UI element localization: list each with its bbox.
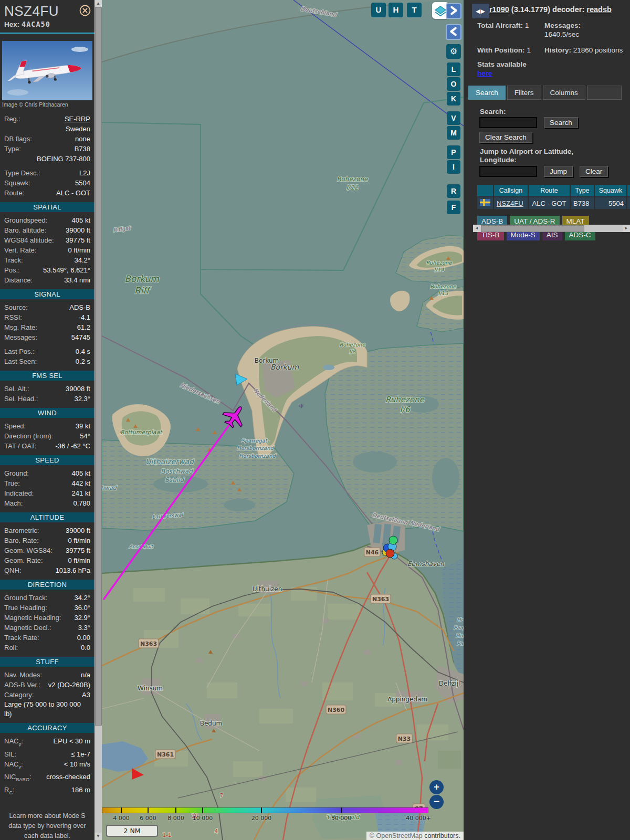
- section-row: Ground:405 kt: [0, 468, 94, 478]
- column-header[interactable]: Alt. (ft): [627, 185, 630, 196]
- section-header: DIRECTION: [0, 580, 94, 590]
- section-row: SIL:≤ 1e-7: [0, 749, 94, 759]
- data-value: 405 kt: [47, 215, 90, 225]
- scroll-right-icon[interactable]: ►: [623, 225, 630, 232]
- map-label: Uithuizen: [253, 585, 282, 593]
- map-toggle-button-u[interactable]: U: [371, 3, 386, 17]
- aircraft-photo[interactable]: [2, 41, 92, 100]
- data-value: < 10 m/s: [23, 759, 90, 772]
- map-label: Winsum: [138, 685, 163, 692]
- tab-columns[interactable]: Columns: [543, 86, 585, 100]
- expand-sidebar-button[interactable]: [446, 24, 461, 40]
- map[interactable]: ✈ DeutschlandRiffgatBorkumRiffRuhezoneI/…: [102, 0, 464, 840]
- data-label: ADS-B Ver.:: [4, 680, 40, 690]
- column-header[interactable]: Callsign: [494, 185, 528, 196]
- scroll-left-icon[interactable]: ◄: [473, 225, 480, 232]
- data-value: 3.3°: [51, 623, 90, 633]
- data-label: Vert. Rate:: [4, 245, 36, 255]
- jump-label: Jump to Airport or Latitude,Longitude:: [480, 148, 611, 164]
- map-button-r[interactable]: R: [447, 184, 460, 198]
- svg-text:N46: N46: [366, 549, 379, 556]
- scrollbar-thumb[interactable]: [95, 7, 102, 726]
- map-toggle-button-t[interactable]: T: [407, 3, 422, 17]
- table-row[interactable]: NSZ4FUALC - GOTB738550439000: [477, 197, 630, 209]
- aircraft-table[interactable]: CallsignRouteTypeSquawkAlt. (ft)NSZ4FUAL…: [476, 184, 630, 210]
- map-button-k[interactable]: K: [447, 92, 460, 106]
- tab-search[interactable]: Search: [468, 86, 506, 100]
- map-button-v[interactable]: V: [447, 111, 460, 125]
- sidebar-scrollbar[interactable]: ▲ ▼: [94, 0, 102, 840]
- clear-search-button[interactable]: Clear Search: [479, 132, 532, 143]
- airport-icon: ✈: [299, 402, 304, 410]
- map-button-l[interactable]: L: [447, 62, 460, 76]
- data-value: 32.3°: [38, 394, 90, 404]
- column-header[interactable]: Type: [571, 185, 594, 196]
- map-button-p[interactable]: P: [447, 145, 460, 159]
- data-label: Msg. Rate:: [4, 322, 37, 332]
- scroll-up-icon[interactable]: ▲: [94, 0, 102, 7]
- table-cell[interactable]: B738: [571, 197, 594, 209]
- close-icon[interactable]: [79, 5, 91, 16]
- clear-jump-button[interactable]: Clear: [580, 166, 608, 177]
- ais-ship-dot[interactable]: [386, 549, 394, 558]
- legend-tick: [261, 807, 262, 813]
- map-button-o[interactable]: O: [447, 77, 460, 91]
- ais-ship-dot[interactable]: [389, 536, 397, 544]
- table-cell[interactable]: 39000: [627, 197, 630, 209]
- legend-tick: [148, 807, 149, 813]
- map-toggle-button-h[interactable]: H: [388, 3, 403, 17]
- control-panel: tar1090 (3.14.1779) decoder: readsb ◀▶ T…: [464, 0, 630, 840]
- table-cell[interactable]: NSZ4FU: [494, 197, 528, 209]
- table-cell[interactable]: ALC - GOT: [529, 197, 570, 209]
- hscroll-thumb[interactable]: [481, 225, 584, 232]
- data-label: NACp:: [4, 736, 23, 749]
- map-button-m[interactable]: M: [447, 126, 460, 140]
- tab-filters[interactable]: Filters: [507, 86, 541, 100]
- section-row: Mach:0.780: [0, 498, 94, 508]
- attribution-osm[interactable]: © OpenStreetMap: [370, 832, 423, 839]
- zoom-out-button[interactable]: −: [429, 795, 444, 809]
- table-horizontal-scrollbar[interactable]: ◄ ►: [473, 225, 630, 232]
- data-value: 241 kt: [34, 488, 90, 498]
- column-header[interactable]: Squawk: [595, 185, 626, 196]
- legend-tick: [121, 807, 122, 813]
- info-row: Type:B738: [0, 144, 94, 154]
- map-label: Schild: [165, 476, 184, 484]
- scroll-down-icon[interactable]: ▼: [94, 833, 102, 840]
- legend-altitude-label: 30 000: [331, 815, 352, 822]
- map-button-f[interactable]: F: [447, 201, 460, 214]
- table-cell[interactable]: 5504: [595, 197, 626, 209]
- section-row: NACv:< 10 m/s: [0, 759, 94, 772]
- gear-icon[interactable]: ⚙: [446, 44, 461, 59]
- map-button-i[interactable]: I: [447, 160, 460, 174]
- section-row: Category:A3: [0, 690, 94, 700]
- data-label: Indicated:: [4, 488, 34, 498]
- registration-link[interactable]: SE-RRP: [20, 114, 90, 124]
- search-button[interactable]: Search: [544, 117, 578, 128]
- info-row: Sweden: [0, 124, 94, 134]
- search-input[interactable]: [479, 117, 537, 128]
- section-header: ACCURACY: [0, 723, 94, 733]
- callsign-link[interactable]: NSZ4FU: [497, 200, 523, 207]
- section-row: Pos.:53.549°, 6.621°: [0, 265, 94, 275]
- readsb-link[interactable]: readsb: [586, 5, 612, 14]
- column-header[interactable]: [477, 185, 493, 196]
- section-header: STUFF: [0, 657, 94, 667]
- total-aircraft: Total Aircraft: 1: [477, 21, 544, 39]
- section-row: Last Seen:0.2 s: [0, 356, 94, 366]
- map-label: I/14: [434, 267, 444, 272]
- collapse-panel-button[interactable]: [446, 3, 461, 19]
- data-label: Geom. Rate:: [4, 555, 43, 565]
- jump-button[interactable]: Jump: [544, 166, 573, 177]
- data-label: Groundspeed:: [4, 215, 47, 225]
- column-header[interactable]: Route: [529, 185, 570, 196]
- svg-text:N363: N363: [372, 596, 389, 603]
- road-badge: N363: [139, 639, 159, 648]
- map-canvas[interactable]: ✈ DeutschlandRiffgatBorkumRiffRuhezoneI/…: [102, 0, 464, 840]
- stats-here-link[interactable]: here: [477, 69, 492, 77]
- panel-width-toggle-icon[interactable]: ◀▶: [472, 4, 489, 18]
- data-value: 0.0: [18, 643, 90, 653]
- jump-input[interactable]: [479, 166, 537, 177]
- data-label: NACv:: [4, 759, 23, 772]
- zoom-in-button[interactable]: +: [429, 780, 444, 794]
